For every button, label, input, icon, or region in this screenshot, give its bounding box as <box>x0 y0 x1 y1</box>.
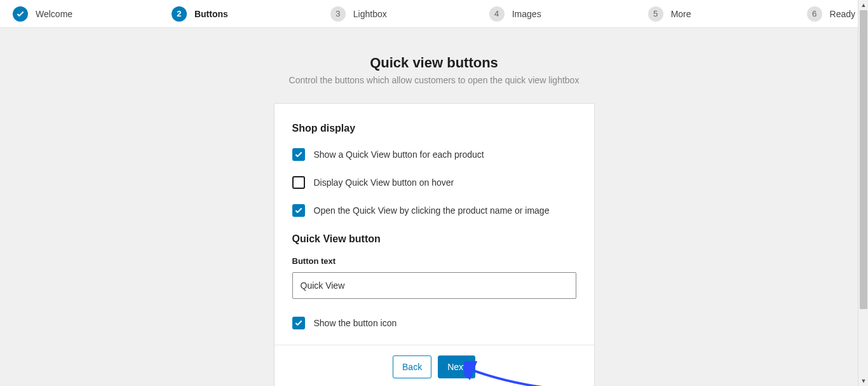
page-header: Quick view buttons Control the buttons w… <box>0 55 868 85</box>
settings-card: Shop display Show a Quick View button fo… <box>274 103 595 386</box>
step-label: Ready <box>830 9 855 19</box>
step-number: 2 <box>172 6 187 22</box>
page-subtitle: Control the buttons which allow customer… <box>0 75 868 85</box>
next-button[interactable]: Next <box>438 355 475 378</box>
option-display-on-hover[interactable]: Display Quick View button on hover <box>292 176 576 189</box>
scroll-up-arrow-icon[interactable]: ▲ <box>858 0 868 10</box>
checkbox-icon[interactable] <box>292 148 305 161</box>
scrollbar-track[interactable] <box>858 10 868 376</box>
content-area: Quick view buttons Control the buttons w… <box>0 28 868 386</box>
checkbox-label: Show a Quick View button for each produc… <box>314 149 484 160</box>
step-lightbox[interactable]: 3 Lightbox <box>330 6 489 22</box>
step-label: Lightbox <box>353 9 387 19</box>
step-label: Buttons <box>194 9 228 19</box>
checkbox-icon[interactable] <box>292 176 305 189</box>
button-text-input[interactable] <box>292 272 576 299</box>
step-number: 5 <box>648 6 663 22</box>
page-title: Quick view buttons <box>0 55 868 71</box>
step-buttons[interactable]: 2 Buttons <box>172 6 330 22</box>
step-ready[interactable]: 6 Ready <box>807 6 855 22</box>
scroll-down-arrow-icon[interactable]: ▼ <box>858 376 868 386</box>
checkbox-label: Display Quick View button on hover <box>314 177 454 188</box>
option-open-on-click[interactable]: Open the Quick View by clicking the prod… <box>292 204 576 217</box>
step-number: 6 <box>807 6 822 22</box>
step-label: Images <box>512 9 541 19</box>
step-number: 3 <box>330 6 346 22</box>
checkbox-label: Open the Quick View by clicking the prod… <box>314 205 550 216</box>
checkbox-icon[interactable] <box>292 204 305 217</box>
option-show-quick-view[interactable]: Show a Quick View button for each produc… <box>292 148 576 161</box>
checkbox-icon[interactable] <box>292 317 305 329</box>
vertical-scrollbar[interactable]: ▲ ▼ <box>858 0 868 386</box>
card-footer: Back Next <box>275 345 594 386</box>
step-images[interactable]: 4 Images <box>489 6 648 22</box>
scrollbar-thumb[interactable] <box>860 10 867 309</box>
button-text-label: Button text <box>292 256 576 266</box>
wizard-stepper: Welcome 2 Buttons 3 Lightbox 4 Images 5 … <box>0 0 868 28</box>
step-more[interactable]: 5 More <box>648 6 807 22</box>
check-icon <box>13 6 28 22</box>
section-heading-shop-display: Shop display <box>292 123 576 134</box>
back-button[interactable]: Back <box>393 355 431 378</box>
section-heading-quick-view-button: Quick View button <box>292 233 576 245</box>
step-label: More <box>671 9 691 19</box>
step-label: Welcome <box>36 9 72 19</box>
option-show-button-icon[interactable]: Show the button icon <box>292 317 576 329</box>
checkbox-label: Show the button icon <box>314 318 397 328</box>
step-welcome[interactable]: Welcome <box>13 6 172 22</box>
step-number: 4 <box>489 6 505 22</box>
